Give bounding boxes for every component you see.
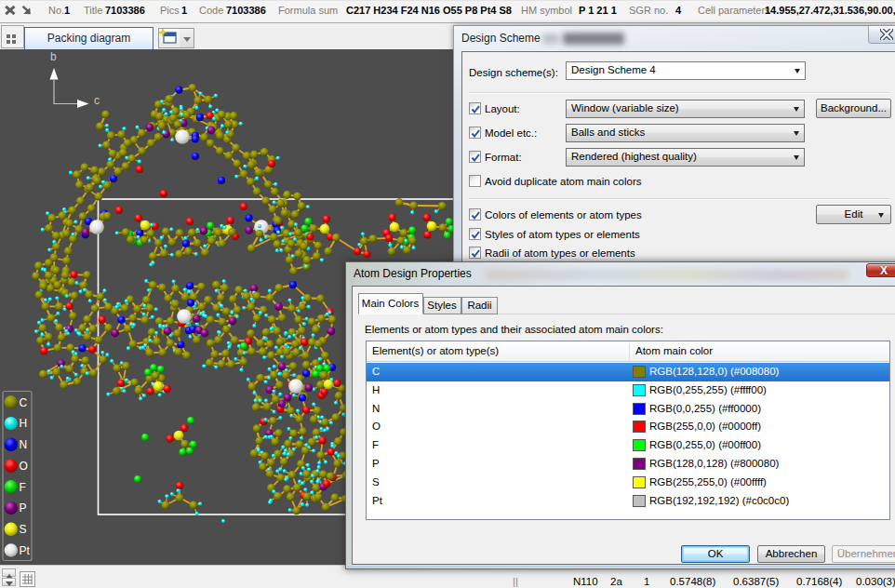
svg-text:O: O (20, 460, 28, 473)
svg-text:P: P (20, 501, 27, 514)
svg-text:N: N (20, 438, 28, 451)
svg-text:b: b (50, 50, 57, 63)
svg-text:Pt: Pt (20, 544, 31, 557)
svg-text:c: c (94, 94, 100, 107)
svg-text:C: C (20, 396, 28, 409)
svg-text:F: F (20, 481, 26, 494)
svg-text:S: S (20, 523, 27, 536)
svg-text:H: H (20, 417, 28, 430)
